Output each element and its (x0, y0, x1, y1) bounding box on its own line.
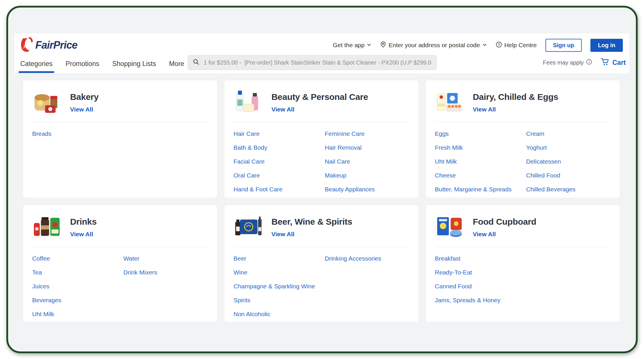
cart-label: Cart (612, 59, 626, 67)
card-title: Beauty & Personal Care (271, 92, 368, 102)
category-link-non-alcoholic[interactable]: Non Alcoholic (233, 307, 325, 321)
card-links-column-1: EggsFresh MilkUht MilkCheeseButter, Marg… (435, 127, 526, 196)
category-link-canned-food[interactable]: Canned Food (435, 279, 526, 293)
card-links-column-1: Hair CareBath & BodyFacial CareOral Care… (233, 127, 325, 196)
category-link-tea[interactable]: Tea (32, 265, 123, 279)
card-links-column-1: BeerWineChampagne & Sparkling WineSpirit… (233, 252, 325, 321)
category-link-coffee[interactable]: Coffee (32, 252, 123, 265)
search-input[interactable] (203, 59, 432, 66)
card-head-text: Drinks View All (70, 217, 97, 238)
fees-note: Fees may apply (543, 59, 592, 66)
category-link-ready-to-eat[interactable]: Ready-To-Eat (435, 265, 526, 279)
category-link-juices[interactable]: Juices (32, 279, 123, 293)
category-link-champagne-sparkling-wine[interactable]: Champagne & Sparkling Wine (233, 279, 325, 293)
category-card-bakery: Bakery View All Breads (23, 80, 218, 198)
category-link-bath-body[interactable]: Bath & Body (233, 141, 325, 155)
card-links-column-2: CreamYoghurtDelicatessenChilled FoodChil… (526, 127, 611, 196)
card-title: Bakery (70, 92, 98, 102)
category-link-facial-care[interactable]: Facial Care (233, 155, 325, 168)
category-link-cream[interactable]: Cream (526, 127, 611, 141)
card-links: BeerWineChampagne & Sparkling WineSpirit… (224, 247, 419, 321)
nav-tab-categories[interactable]: Categories (20, 60, 52, 73)
category-link-hair-removal[interactable]: Hair Removal (325, 141, 409, 155)
category-link-cheese[interactable]: Cheese (435, 168, 526, 182)
category-link-spirits[interactable]: Spirits (233, 293, 325, 307)
category-card-beer-wine-spirits: Beer, Wine & Spirits View All BeerWineCh… (224, 205, 419, 322)
card-head-text: Beauty & Personal Care View All (271, 92, 368, 113)
search-bar[interactable] (188, 55, 437, 70)
category-link-delicatessen[interactable]: Delicatessen (526, 155, 611, 168)
category-link-yoghurt[interactable]: Yoghurt (526, 141, 611, 155)
category-link-water[interactable]: Water (123, 252, 208, 265)
category-link-hair-care[interactable]: Hair Care (233, 127, 325, 141)
card-head-text: Dairy, Chilled & Eggs View All (473, 92, 558, 113)
drinks-category-image (32, 212, 63, 242)
main-nav: CategoriesPromotionsShopping ListsMore (20, 60, 184, 73)
card-head: Beer, Wine & Spirits View All (224, 205, 419, 242)
category-link-chilled-beverages[interactable]: Chilled Beverages (526, 182, 611, 196)
window-frame: FairPrice Get the app Enter your address… (6, 6, 638, 353)
category-link-breads[interactable]: Breads (32, 127, 123, 141)
nav-tab-promotions[interactable]: Promotions (65, 60, 99, 73)
card-links: EggsFresh MilkUht MilkCheeseButter, Marg… (426, 122, 620, 196)
log-in-button[interactable]: Log in (590, 39, 623, 52)
logo-text: FairPrice (35, 39, 77, 51)
category-link-uht-milk[interactable]: Uht Milk (32, 307, 123, 321)
category-link-beer[interactable]: Beer (233, 252, 325, 265)
card-head-text: Bakery View All (70, 92, 98, 113)
category-card-beauty-personal-care: Beauty & Personal Care View All Hair Car… (224, 80, 419, 198)
category-link-oral-care[interactable]: Oral Care (233, 168, 325, 182)
header-second-row-right: Fees may apply Cart (543, 55, 626, 70)
help-centre-link[interactable]: ? Help Centre (496, 41, 537, 49)
card-links-column-1: Breads (32, 127, 123, 141)
category-link-breakfast[interactable]: Breakfast (435, 252, 526, 265)
cart-button[interactable]: Cart (600, 58, 626, 67)
category-link-drinking-accessories[interactable]: Drinking Accessories (325, 252, 409, 265)
category-link-nail-care[interactable]: Nail Care (325, 155, 409, 168)
view-all-link[interactable]: View All (473, 106, 496, 113)
nav-tab-more[interactable]: More (169, 60, 184, 73)
category-link-feminine-care[interactable]: Feminine Care (325, 127, 409, 141)
sign-up-button[interactable]: Sign up (546, 39, 582, 52)
chevron-down-icon (367, 42, 371, 49)
get-the-app-button[interactable]: Get the app (333, 42, 372, 49)
card-links: BreakfastReady-To-EatCanned FoodJams, Sp… (426, 247, 620, 307)
view-all-link[interactable]: View All (271, 231, 294, 238)
category-link-hand-foot-care[interactable]: Hand & Foot Care (233, 182, 325, 196)
category-link-butter-margarine-spreads[interactable]: Butter, Margarine & Spreads (435, 182, 526, 196)
category-link-drink-mixers[interactable]: Drink Mixers (123, 265, 208, 279)
card-title: Food Cupboard (473, 217, 536, 227)
view-all-link[interactable]: View All (271, 106, 294, 113)
card-head: Beauty & Personal Care View All (224, 80, 419, 118)
category-link-jams-spreads-honey[interactable]: Jams, Spreads & Honey (435, 293, 526, 307)
view-all-link[interactable]: View All (70, 231, 93, 238)
info-icon[interactable] (586, 59, 592, 66)
fairprice-logo[interactable]: FairPrice (20, 37, 77, 53)
chevron-down-icon (482, 42, 487, 49)
category-link-uht-milk[interactable]: Uht Milk (435, 155, 526, 168)
category-link-chilled-food[interactable]: Chilled Food (526, 168, 611, 182)
help-centre-label: Help Centre (504, 42, 537, 49)
category-card-dairy-chilled-eggs: Dairy, Chilled & Eggs View All EggsFresh… (425, 80, 620, 198)
fairprice-logo-mark-icon (20, 37, 33, 53)
card-title: Dairy, Chilled & Eggs (473, 92, 558, 102)
category-link-eggs[interactable]: Eggs (435, 127, 526, 141)
address-selector[interactable]: Enter your address or postal code (380, 41, 487, 49)
card-head-text: Beer, Wine & Spirits View All (271, 217, 352, 238)
card-head: Bakery View All (23, 80, 217, 118)
bakery-category-image (32, 87, 63, 118)
category-grid: Bakery View All Breads Beauty & Personal… (23, 80, 620, 322)
category-link-makeup[interactable]: Makeup (325, 168, 409, 182)
category-card-drinks: Drinks View All CoffeeTeaJuicesBeverages… (23, 205, 218, 322)
header-top-row: FairPrice Get the app Enter your address… (14, 33, 629, 55)
question-mark-icon: ? (496, 41, 502, 49)
category-link-wine[interactable]: Wine (233, 265, 325, 279)
food-category-image (435, 212, 465, 242)
view-all-link[interactable]: View All (473, 231, 496, 238)
nav-tab-shopping-lists[interactable]: Shopping Lists (112, 60, 156, 73)
view-all-link[interactable]: View All (70, 106, 93, 113)
category-link-beauty-appliances[interactable]: Beauty Appliances (325, 182, 409, 196)
card-title: Drinks (70, 217, 97, 227)
category-link-fresh-milk[interactable]: Fresh Milk (435, 141, 526, 155)
category-link-beverages[interactable]: Beverages (32, 293, 123, 307)
